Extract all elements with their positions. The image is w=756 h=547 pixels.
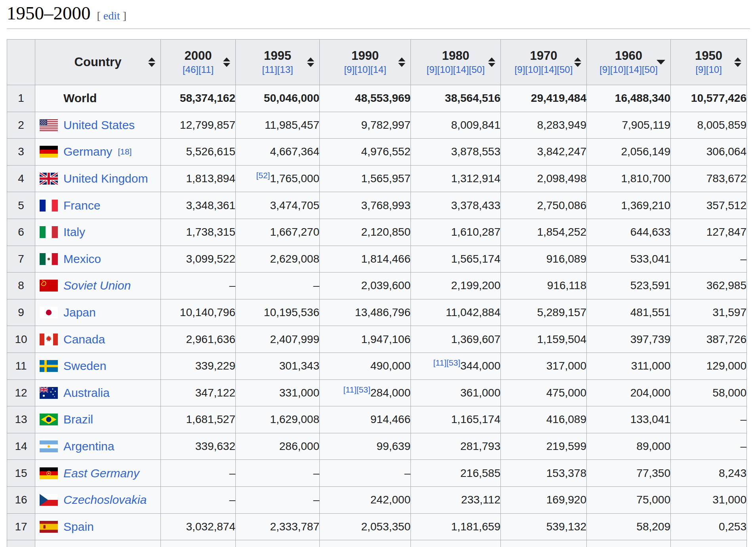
country-cell: Soviet Union	[35, 273, 161, 299]
country-link[interactable]: Soviet Union	[63, 279, 131, 292]
ar-flag-icon	[40, 440, 58, 452]
value-cell: –	[236, 460, 320, 487]
table-row: 3Germany[18]5,526,6154,667,3644,976,5523…	[7, 139, 747, 166]
sort-both-icon[interactable]	[734, 57, 741, 67]
value-cell: 397,739	[587, 326, 671, 353]
country-link[interactable]: Germany	[63, 145, 112, 158]
sort-both-icon[interactable]	[398, 57, 405, 67]
rank-cell: 14	[7, 433, 35, 460]
edit-bracket-open: [	[97, 10, 103, 22]
value-cell: 129,000	[671, 353, 747, 379]
value-cell: 242,000	[320, 486, 411, 513]
country-cell: Sweden	[35, 353, 161, 379]
country-link[interactable]: Italy	[63, 225, 85, 239]
column-header-2000[interactable]: 2000[46][11]	[161, 40, 236, 85]
rank-cell: 12	[7, 379, 35, 406]
value-reference-link[interactable]: [51]	[265, 545, 279, 547]
column-header-countr[interactable]: Country	[35, 40, 161, 85]
uk-flag-icon	[40, 173, 58, 185]
value-cell: 1,159,504	[501, 326, 587, 353]
value-cell: 490,000	[320, 353, 411, 379]
value-cell: 58,000	[671, 379, 747, 406]
value-cell: 317,000	[501, 353, 587, 379]
value-cell: 204,000	[587, 379, 671, 406]
edit-link[interactable]: edit	[103, 10, 120, 22]
fr-flag-icon	[40, 200, 58, 212]
value-cell: 11,042,884	[411, 299, 501, 326]
table-row: 13Brazil1,681,5271,629,008914,4661,165,1…	[7, 406, 747, 433]
value-cell: 51,400	[587, 540, 671, 547]
value-cell: 219,599	[501, 433, 587, 460]
column-reference-links[interactable]: [9][10][14]	[320, 64, 410, 75]
value-reference-link[interactable]: [11][53]	[433, 358, 460, 367]
column-reference-links[interactable]: [9][10][14][50]	[501, 64, 586, 75]
sort-descending-icon[interactable]	[657, 60, 665, 65]
ca-flag-icon	[40, 334, 58, 345]
value-cell: 362,985	[671, 273, 747, 299]
column-header-1960[interactable]: 1960[9][10][14][50]	[587, 40, 671, 85]
value-cell: 77,350	[587, 460, 671, 487]
value-reference-link[interactable]: [52]	[256, 171, 270, 180]
value-cell: 75,000	[587, 486, 671, 513]
value-cell: 5,526,615	[161, 139, 236, 166]
column-header-1980[interactable]: 1980[9][10][14][50]	[411, 40, 501, 85]
value-cell: 2,407,999	[236, 326, 320, 353]
country-cell: Germany[18]	[35, 139, 161, 166]
sort-both-icon[interactable]	[307, 57, 314, 67]
edit-bracket-close: ]	[120, 10, 126, 22]
country-link[interactable]: Czechoslovakia	[63, 493, 147, 507]
value-cell: 2,750,086	[501, 192, 587, 219]
country-link[interactable]: Australia	[63, 386, 110, 400]
value-cell: 2,039,600	[320, 273, 411, 299]
table-row: 1World58,374,16250,046,00048,553,96938,5…	[7, 85, 747, 112]
value-reference-link[interactable]: [11][53]	[343, 385, 370, 394]
column-header-1990[interactable]: 1990[9][10][14]	[320, 40, 411, 85]
value-cell: –	[671, 246, 747, 273]
value-cell: 4,667,364	[236, 139, 320, 166]
column-header-1995[interactable]: 1995[11][13]	[236, 40, 320, 85]
country-cell: Japan	[35, 299, 161, 326]
value-cell: 281,793	[411, 433, 501, 460]
value-cell: 1,947,106	[320, 326, 411, 353]
sort-both-icon[interactable]	[223, 57, 230, 67]
rank-cell: 3	[7, 139, 35, 166]
value-cell: 89,000	[587, 433, 671, 460]
au-flag-icon	[40, 387, 58, 399]
country-link[interactable]: Spain	[63, 520, 94, 534]
column-reference-links[interactable]: [9][10][14][50]	[411, 64, 500, 75]
value-cell: 216,585	[411, 460, 501, 487]
sort-both-icon[interactable]	[574, 57, 581, 67]
value-cell: 8,005,859	[671, 112, 747, 139]
column-header-1950[interactable]: 1950[9][10]	[671, 40, 747, 85]
country-link[interactable]: Sweden	[63, 359, 106, 373]
country-link[interactable]: Argentina	[63, 440, 114, 453]
country-link[interactable]: Brazil	[63, 413, 93, 426]
value-cell: 644,633	[587, 219, 671, 246]
value-cell: 50,046,000	[236, 85, 320, 112]
column-reference-links[interactable]: [9][10][14][50]	[587, 64, 670, 75]
sort-both-icon[interactable]	[488, 57, 495, 67]
value-cell: 339,632	[161, 433, 236, 460]
table-row: 8Soviet Union––2,039,6002,199,200916,118…	[7, 273, 747, 299]
country-link[interactable]: United Kingdom	[63, 172, 148, 185]
value-cell: 2,098,498	[501, 165, 587, 192]
table-row: 14Argentina339,632286,00099,639281,79321…	[7, 433, 747, 460]
country-link[interactable]: Japan	[63, 306, 96, 319]
country-link[interactable]: United States	[63, 118, 135, 132]
value-cell: 133,041	[587, 406, 671, 433]
column-label: 1990	[320, 49, 410, 63]
country-link[interactable]: Canada	[63, 333, 105, 346]
country-cell: Czechoslovakia	[35, 486, 161, 513]
column-header-1970[interactable]: 1970[9][10][14][50]	[501, 40, 587, 85]
sort-both-icon[interactable]	[148, 57, 155, 67]
country-link[interactable]: East Germany	[63, 467, 139, 480]
value-cell: 2,120,850	[320, 219, 411, 246]
value-cell: 339,229	[161, 353, 236, 379]
country-link[interactable]: France	[63, 199, 100, 212]
country-cell: World	[35, 85, 161, 112]
value-cell: 38,564,516	[411, 85, 501, 112]
value-cell: 783,672	[671, 165, 747, 192]
value-cell: 387,726	[671, 326, 747, 353]
value-cell: 916,089	[501, 246, 587, 273]
country-link[interactable]: Mexico	[63, 252, 101, 266]
